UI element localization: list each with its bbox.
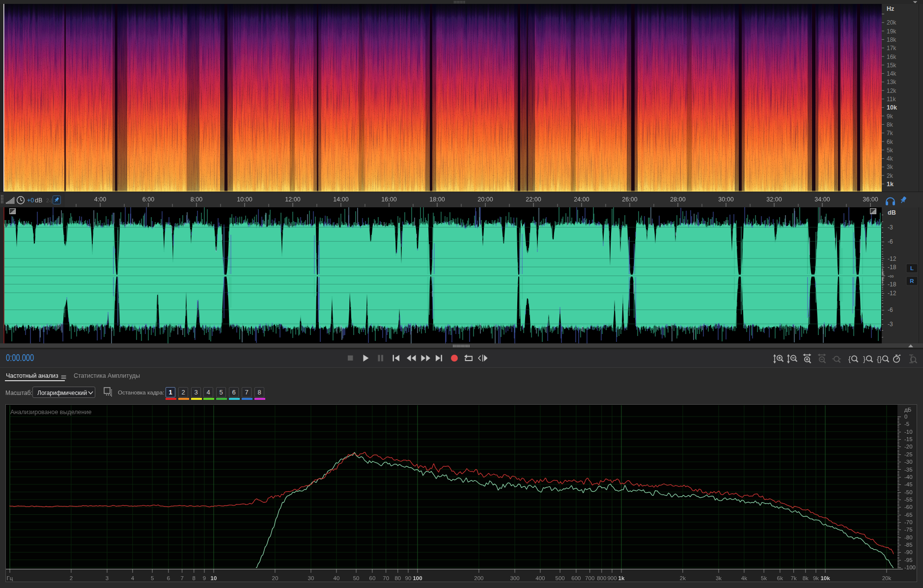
svg-text:10k: 10k — [820, 575, 830, 581]
svg-text:7k: 7k — [791, 575, 797, 581]
svg-text:dB: dB — [35, 197, 42, 204]
svg-text:5k: 5k — [887, 147, 894, 154]
svg-text:9: 9 — [203, 575, 206, 581]
svg-text:1k: 1k — [887, 181, 894, 188]
svg-text:60: 60 — [369, 575, 376, 581]
svg-text:12k: 12k — [887, 87, 896, 94]
svg-text:600: 600 — [571, 575, 581, 581]
svg-text:10:00: 10:00 — [237, 196, 252, 203]
svg-text:-25: -25 — [904, 451, 913, 457]
svg-text:{: { — [848, 355, 851, 363]
svg-text:9k: 9k — [887, 113, 894, 120]
svg-text:30:00: 30:00 — [718, 196, 733, 203]
svg-text:-12: -12 — [888, 290, 896, 297]
svg-text:-12: -12 — [888, 255, 896, 262]
svg-text:Гц: Гц — [7, 575, 13, 581]
svg-text:-30: -30 — [904, 459, 913, 465]
svg-text:10: 10 — [211, 575, 217, 581]
svg-text:5k: 5k — [761, 575, 767, 581]
svg-text:-6: -6 — [888, 238, 893, 245]
svg-text:4k: 4k — [887, 155, 894, 162]
svg-text:800: 800 — [597, 575, 606, 581]
svg-text:7k: 7k — [887, 130, 894, 137]
svg-text:-45: -45 — [904, 481, 913, 487]
svg-text:16:00: 16:00 — [381, 196, 396, 203]
svg-text:32:00: 32:00 — [766, 196, 782, 203]
svg-text:L: L — [910, 265, 914, 271]
svg-text:-55: -55 — [904, 497, 913, 503]
svg-text:34:00: 34:00 — [814, 196, 830, 203]
svg-text:8:00: 8:00 — [191, 196, 202, 203]
svg-text:3: 3 — [106, 575, 109, 581]
svg-text:12:00: 12:00 — [285, 196, 300, 203]
svg-text:11k: 11k — [887, 96, 896, 103]
svg-text:20: 20 — [272, 575, 279, 581]
svg-text:17k: 17k — [887, 45, 896, 52]
svg-text:дБ: дБ — [904, 407, 911, 413]
svg-text:15k: 15k — [887, 62, 896, 69]
svg-text:-50: -50 — [904, 489, 913, 495]
svg-text:19k: 19k — [887, 28, 896, 35]
svg-text:-40: -40 — [904, 474, 913, 480]
svg-text:26:00: 26:00 — [622, 196, 637, 203]
svg-text:dB: dB — [888, 209, 896, 216]
svg-text:-5: -5 — [904, 421, 909, 427]
svg-text:80: 80 — [394, 575, 401, 581]
svg-text:0: 0 — [904, 414, 907, 420]
svg-text:4: 4 — [131, 575, 135, 581]
svg-text:8k: 8k — [887, 121, 894, 128]
svg-text:-15: -15 — [904, 436, 913, 442]
svg-text:300: 300 — [510, 575, 519, 581]
svg-text:20k: 20k — [887, 19, 896, 26]
svg-text:9k: 9k — [813, 575, 819, 581]
svg-text:+0: +0 — [27, 197, 34, 204]
svg-text:4:00: 4:00 — [94, 196, 106, 203]
svg-text:-75: -75 — [904, 527, 913, 532]
svg-text:8: 8 — [193, 575, 196, 581]
svg-text:-∞: -∞ — [888, 273, 894, 280]
svg-text:10k: 10k — [887, 104, 897, 111]
svg-text:-85: -85 — [904, 542, 913, 548]
svg-text:-3: -3 — [888, 321, 893, 328]
svg-text:4k: 4k — [741, 575, 747, 581]
svg-text:2-|: 2-| — [46, 197, 52, 203]
svg-text:-6: -6 — [888, 307, 893, 313]
svg-text:{}: {} — [877, 355, 882, 363]
svg-text:200: 200 — [474, 575, 483, 581]
svg-text:20:00: 20:00 — [477, 196, 493, 203]
svg-text:-90: -90 — [904, 549, 913, 555]
svg-text:}: } — [863, 355, 866, 363]
svg-text:Hz: Hz — [887, 5, 894, 12]
svg-text:14:00: 14:00 — [333, 196, 348, 203]
svg-text:-60: -60 — [904, 504, 913, 510]
svg-text:-70: -70 — [904, 519, 913, 525]
svg-text:70: 70 — [383, 575, 389, 581]
svg-text:-18: -18 — [888, 281, 896, 288]
svg-text:3k: 3k — [716, 575, 722, 581]
svg-text:40: 40 — [334, 575, 340, 581]
svg-text:36:00: 36:00 — [863, 196, 878, 203]
svg-text:-20: -20 — [904, 444, 913, 449]
svg-text:-65: -65 — [904, 512, 913, 518]
svg-text:2k: 2k — [680, 575, 686, 581]
svg-text:14k: 14k — [887, 70, 896, 77]
svg-text:Анализированое выделение: Анализированое выделение — [10, 409, 91, 416]
svg-text:18:00: 18:00 — [429, 196, 445, 203]
svg-text:1k: 1k — [618, 575, 625, 581]
svg-text:6:00: 6:00 — [142, 196, 154, 203]
svg-text:-10: -10 — [904, 429, 913, 435]
svg-text:-3: -3 — [888, 224, 893, 231]
svg-text:90: 90 — [405, 575, 412, 581]
svg-text:3k: 3k — [887, 164, 894, 170]
svg-text:900: 900 — [607, 575, 616, 581]
svg-text:5: 5 — [151, 575, 154, 581]
svg-text:700: 700 — [585, 575, 594, 581]
svg-text:8k: 8k — [803, 575, 809, 581]
svg-text:400: 400 — [535, 575, 545, 581]
svg-text:R: R — [910, 278, 914, 284]
svg-text:7: 7 — [180, 575, 183, 581]
svg-text:20k: 20k — [882, 575, 892, 581]
svg-text:2: 2 — [70, 575, 73, 581]
svg-text:6k: 6k — [777, 575, 783, 581]
svg-text:16k: 16k — [887, 54, 896, 60]
